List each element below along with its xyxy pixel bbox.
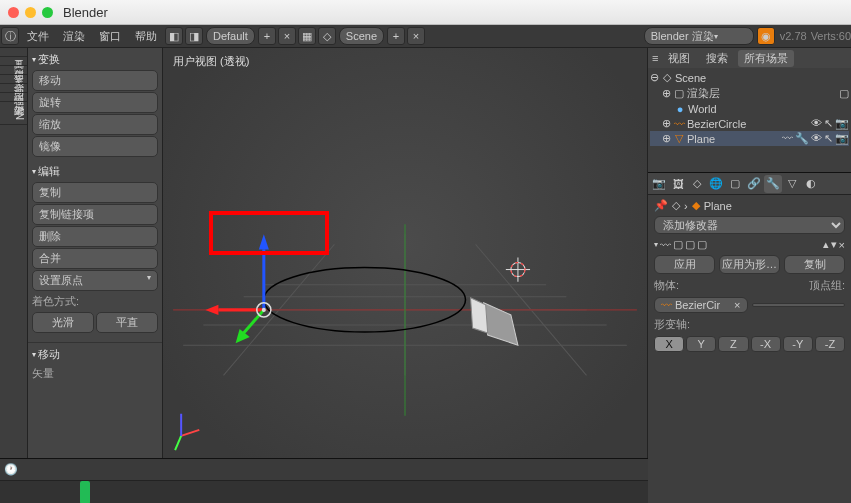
duplicate-button[interactable]: 复制 — [32, 182, 158, 203]
layout-add-icon[interactable]: + — [258, 27, 276, 45]
outliner-renderlayers[interactable]: 渲染层 — [687, 86, 720, 101]
prop-world-icon[interactable]: 🌐 — [707, 175, 725, 193]
deform-axis-label: 形变轴: — [654, 317, 845, 332]
edit-header[interactable]: ▾编辑 — [32, 162, 158, 181]
window-minimize[interactable] — [25, 7, 36, 18]
translate-button[interactable]: 移动 — [32, 70, 158, 91]
outliner-tree[interactable]: ⊖◇Scene ⊕▢渲染层▢ ●World ⊕〰BezierCircle👁↖📷 … — [648, 68, 851, 172]
axis-x[interactable]: X — [654, 336, 684, 352]
outliner-search-menu[interactable]: 搜索 — [700, 50, 734, 67]
svg-marker-11 — [484, 303, 518, 345]
outliner-plane[interactable]: Plane — [687, 133, 715, 145]
breadcrumb-scene-icon: ◇ — [672, 199, 680, 212]
tab-animation[interactable]: 动画 — [0, 75, 27, 84]
render-engine-field[interactable]: Blender 渲染 ▾ — [644, 27, 754, 45]
properties-panel: 📌 ◇› ◆ Plane 添加修改器 ▾ 〰 ▢ ▢ ▢ ▴ ▾ × 应用 — [648, 195, 851, 503]
prop-constraint-icon[interactable]: 🔗 — [745, 175, 763, 193]
smooth-button[interactable]: 光滑 — [32, 312, 94, 333]
set-origin-button[interactable]: 设置原点▾ — [32, 270, 158, 291]
layout-prev-icon[interactable]: ◧ — [165, 27, 183, 45]
menu-window[interactable]: 窗口 — [92, 27, 128, 46]
prop-material-icon[interactable]: ◐ — [802, 175, 820, 193]
svg-marker-18 — [236, 329, 250, 343]
axis-y[interactable]: Y — [686, 336, 716, 352]
outliner-filter[interactable]: 所有场景 — [738, 50, 794, 67]
mod-visible-render-icon[interactable]: ▢ — [685, 238, 695, 251]
scene-icon[interactable]: ◇ — [318, 27, 336, 45]
window-close[interactable] — [8, 7, 19, 18]
transform-header[interactable]: ▾变换 — [32, 50, 158, 69]
pin-icon[interactable]: 📌 — [654, 199, 668, 212]
mod-visible-viewport-icon[interactable]: ▢ — [673, 238, 683, 251]
timeline-playhead[interactable] — [80, 481, 90, 503]
vgroup-field[interactable] — [752, 303, 846, 307]
menu-file[interactable]: 文件 — [20, 27, 56, 46]
vector-label: 矢量 — [32, 364, 158, 383]
timeline-track[interactable] — [0, 481, 648, 503]
add-modifier-select[interactable]: 添加修改器 — [654, 216, 845, 234]
tab-relations[interactable]: 关系 — [0, 66, 27, 75]
axis-ny[interactable]: -Y — [783, 336, 813, 352]
tool-shelf: ▾变换 移动 旋转 缩放 镜像 ▾编辑 复制 复制链接项 删除 合并 设置原点▾… — [28, 48, 163, 503]
prop-data-icon[interactable]: ▽ — [783, 175, 801, 193]
axis-nx[interactable]: -X — [751, 336, 781, 352]
outliner-view-menu[interactable]: 视图 — [662, 50, 696, 67]
prop-object-icon[interactable]: ▢ — [726, 175, 744, 193]
prop-render-icon[interactable]: 📷 — [650, 175, 668, 193]
mod-delete-icon[interactable]: × — [839, 239, 845, 251]
axis-widget — [175, 414, 199, 450]
layout-del-icon[interactable]: × — [278, 27, 296, 45]
curve-modifier-icon: 〰 — [660, 239, 671, 251]
mod-visible-edit-icon[interactable]: ▢ — [697, 238, 707, 251]
tab-an[interactable]: AN — [0, 102, 27, 125]
delete-button[interactable]: 删除 — [32, 226, 158, 247]
prop-renderlayer-icon[interactable]: 🖼 — [669, 175, 687, 193]
last-op-header[interactable]: ▾移动 — [32, 345, 158, 364]
prop-modifier-icon[interactable]: 🔧 — [764, 175, 782, 193]
blender-logo-icon: ◉ — [757, 27, 775, 45]
rotate-button[interactable]: 旋转 — [32, 92, 158, 113]
scene-browse-icon[interactable]: ▦ — [298, 27, 316, 45]
outliner-scene[interactable]: Scene — [675, 72, 706, 84]
window-zoom[interactable] — [42, 7, 53, 18]
outliner-bezier[interactable]: BezierCircle — [687, 118, 746, 130]
editor-type-icon[interactable]: ⓘ — [1, 27, 19, 45]
tab-rig[interactable]: 绑架 — [0, 93, 27, 102]
axis-nz[interactable]: -Z — [815, 336, 845, 352]
prop-scene-icon[interactable]: ◇ — [688, 175, 706, 193]
mod-moveup-icon[interactable]: ▴ — [823, 238, 829, 251]
scene-del-icon[interactable]: × — [407, 27, 425, 45]
layout-next-icon[interactable]: ◨ — [185, 27, 203, 45]
screen-layout-label: Default — [213, 30, 248, 42]
scene-add-icon[interactable]: + — [387, 27, 405, 45]
scene-field[interactable]: Scene — [339, 27, 384, 45]
menu-help[interactable]: 帮助 — [128, 27, 164, 46]
modifier-collapse-icon[interactable]: ▾ — [654, 240, 658, 249]
axis-z[interactable]: Z — [718, 336, 748, 352]
tab-tools[interactable]: 工具 — [0, 48, 27, 57]
breadcrumb-object-icon: ◆ — [692, 199, 700, 212]
join-button[interactable]: 合并 — [32, 248, 158, 269]
breadcrumb-object: Plane — [704, 200, 732, 212]
curve-object-field[interactable]: 〰BezierCir× — [654, 297, 748, 313]
tab-physics[interactable]: 物理 — [0, 84, 27, 93]
mirror-button[interactable]: 镜像 — [32, 136, 158, 157]
tool-tabs: 工具 创建 关系 动画 物理 绑架 AN — [0, 48, 28, 503]
duplicate-linked-button[interactable]: 复制链接项 — [32, 204, 158, 225]
apply-button[interactable]: 应用 — [654, 255, 715, 274]
cursor-3d — [506, 257, 530, 281]
outliner-world[interactable]: World — [688, 103, 717, 115]
screen-layout-field[interactable]: Default — [206, 27, 255, 45]
annotation-highlight — [209, 211, 329, 255]
copy-modifier-button[interactable]: 复制 — [784, 255, 845, 274]
menu-render[interactable]: 渲染 — [56, 27, 92, 46]
info-header: ⓘ 文件 渲染 窗口 帮助 ◧ ◨ Default + × ▦ ◇ Scene … — [0, 25, 851, 48]
flat-button[interactable]: 平直 — [96, 312, 158, 333]
view3d-canvas[interactable]: 用户视图 (透视) — [163, 48, 647, 481]
mod-movedown-icon[interactable]: ▾ — [831, 238, 837, 251]
timeline-editor-icon[interactable]: 🕐 — [4, 463, 18, 476]
apply-as-shape-button[interactable]: 应用为形… — [719, 255, 780, 274]
scale-button[interactable]: 缩放 — [32, 114, 158, 135]
tab-create[interactable]: 创建 — [0, 57, 27, 66]
outliner-editor-icon[interactable]: ≡ — [652, 52, 658, 64]
